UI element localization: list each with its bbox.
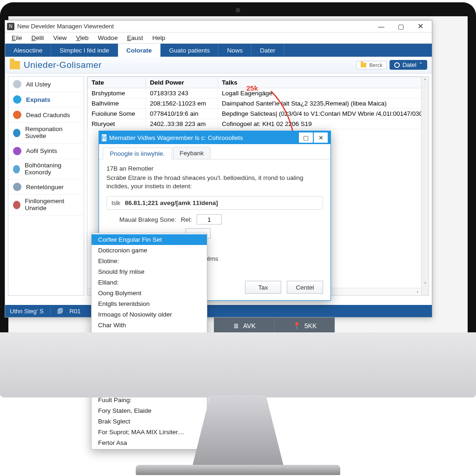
sidebar-item-label: Rentelónguer <box>26 184 64 191</box>
context-item[interactable]: For Suprot; MAA MIX Lirsiter… <box>92 427 207 437</box>
divider <box>50 307 51 315</box>
context-item[interactable]: Brak Sglect <box>92 416 207 427</box>
label: 5KK <box>304 322 317 330</box>
skk-button[interactable]: 📍5KK <box>274 317 335 334</box>
cell: 0778410/19:6 ain <box>146 109 218 119</box>
avk-button[interactable]: 🗎AVK <box>214 317 274 334</box>
table-row[interactable]: Balhviime208;1562-11023 emDaimpahod Sant… <box>88 99 429 109</box>
header-bar: Unieder-Golisamer Berck Datel ˄ <box>5 57 432 73</box>
context-item[interactable]: Fertor Asa <box>92 437 207 448</box>
cell: Brshyptome <box>88 88 146 99</box>
context-item[interactable]: Irmoags of Nosiowity older <box>92 309 207 320</box>
table-row[interactable]: Fuioilune Some0778410/19:6 ainBepdlnge S… <box>88 109 429 119</box>
context-item-corfee[interactable]: Corfee Engular Fin Set <box>92 234 207 245</box>
context-item[interactable]: Elotine: <box>92 256 207 266</box>
folder-icon <box>10 61 20 69</box>
menu-help[interactable]: Help <box>148 33 170 43</box>
footer-actions: 🗎AVK 📍5KK <box>214 317 335 334</box>
tabstrip: Alesoctine Simplec l féd inde Colorate G… <box>5 44 432 57</box>
context-item[interactable]: Entglls terentdsion <box>92 298 207 309</box>
sidebar-item-all-ustey[interactable]: All Ustey <box>8 77 84 92</box>
col-talks[interactable]: Talks <box>218 77 429 88</box>
chevron-up-icon: ˄ <box>419 61 423 68</box>
tab-alesoctine[interactable]: Alesoctine <box>5 44 51 57</box>
dialog-section-header: 17B an Remotler <box>106 165 323 172</box>
tab-simplec[interactable]: Simplec l féd inde <box>51 44 118 57</box>
rel-input[interactable] <box>197 214 222 225</box>
context-item[interactable]: Eliland: <box>92 277 207 288</box>
sidebar-item-label: Dead Cradunds <box>26 112 70 119</box>
tax-button[interactable]: Tax <box>245 281 281 294</box>
cancel-button[interactable]: Centel <box>287 281 323 294</box>
context-item[interactable]: Fory Staten, Elaide <box>92 405 207 416</box>
circle-icon <box>394 62 400 68</box>
menu-edit[interactable]: Delit <box>27 33 49 43</box>
circle-icon <box>13 147 21 155</box>
circle-icon <box>13 111 21 119</box>
monitor-foot <box>136 465 340 475</box>
maximize-button[interactable]: ▢ <box>391 21 410 32</box>
dialog-tab-feybank[interactable]: Feybank <box>173 147 211 159</box>
cell: Daimpahod Santel'ie lalt Sta¿2 3235,Reme… <box>218 99 429 109</box>
dialog-tab-pnoogle[interactable]: Pnoogle is iinwyhle. <box>103 147 172 159</box>
tab-colorate[interactable]: Colorate <box>118 44 161 57</box>
context-item[interactable]: Oong Bolyment <box>92 288 207 298</box>
scroll-right-icon[interactable]: › <box>417 289 418 294</box>
scroll-up-icon[interactable]: ˄ <box>422 77 429 84</box>
dialog-close-button[interactable]: ✕ <box>314 132 328 143</box>
cell: Logall Eagengäge <box>218 88 429 99</box>
tab-guato[interactable]: Guato patients <box>161 44 219 57</box>
table-row[interactable]: Rluryoet2402..33:38 223 amCofinogoel at:… <box>88 119 429 129</box>
header-badge[interactable]: Berck <box>356 61 387 69</box>
folder-icon-small <box>360 63 366 67</box>
col-tate[interactable]: Tate <box>88 77 146 88</box>
menu-vleb[interactable]: Vleb <box>72 33 93 43</box>
menu-faust[interactable]: Eaust <box>122 33 148 43</box>
cell: 07183!33 243 <box>146 88 218 99</box>
menu-view-1[interactable]: View <box>49 33 72 43</box>
field-row-brakeg: Maual Brakeg Sone: Rel: <box>106 214 323 225</box>
sidebar-item-dead-cradunds[interactable]: Dead Cradunds <box>8 107 84 123</box>
context-item[interactable]: Char With <box>92 320 207 331</box>
context-item[interactable]: Doticronion game <box>92 245 207 256</box>
minimize-button[interactable]: — <box>371 21 391 32</box>
cell: Rluryoet <box>88 119 146 129</box>
label: AVK <box>243 322 256 330</box>
sidebar-item-rentelonguer[interactable]: Rentelónguer <box>8 179 84 195</box>
cell: Cofinogoel at: KH1 02 2206 S19 <box>218 119 429 129</box>
sidebar: All Ustey Expnats Dead Cradunds Remponat… <box>8 76 84 296</box>
sidebar-item-aofil[interactable]: Aofil Syints <box>8 144 84 159</box>
status-mid: R01 <box>70 308 81 315</box>
tab-nows[interactable]: Nows <box>218 44 251 57</box>
monitor-bezel: N New Develder Managen Viewredent — ▢ ✕ … <box>0 2 476 332</box>
table-row[interactable]: Brshyptome07183!33 243Logall Eagengäge <box>88 88 429 99</box>
scroll-down-icon[interactable]: ˅ <box>422 280 429 288</box>
statusbar: Uthn Steg' S 🗐 R01 <box>5 305 432 317</box>
menu-wodoe[interactable]: Wodoe <box>93 33 123 43</box>
dialog-icon: R <box>102 134 106 141</box>
header-badge-label: Berck <box>370 62 383 68</box>
page-title: Unieder-Golisamer <box>24 60 102 70</box>
vertical-scrollbar[interactable]: ˄ ˅ <box>421 77 429 295</box>
dialog-maximize-button[interactable]: ▢ <box>299 132 313 143</box>
sidebar-item-label: Remponation Suvelte <box>25 126 79 140</box>
field-label: Maual Brakeg Sone: <box>106 216 176 223</box>
status-doc-icon: 🗐 <box>57 308 63 315</box>
cell: Fuioilune Some <box>88 109 146 119</box>
datel-button[interactable]: Datel ˄ <box>390 60 427 70</box>
sidebar-item-remponation[interactable]: Remponation Suvelte <box>8 123 84 144</box>
close-button[interactable]: ✕ <box>410 21 430 32</box>
sidebar-item-label: Aofil Syints <box>26 147 57 154</box>
sidebar-item-expnats[interactable]: Expnats <box>8 92 84 107</box>
app-icon: N <box>7 23 14 30</box>
dialog-title: Mematter Vidlws Wagerember ls c: Cohrooo… <box>109 134 243 141</box>
context-item[interactable]: Snould friy rnlise <box>92 266 207 277</box>
sidebar-item-bolhontaning[interactable]: Bolhöntaning Exonordy <box>8 159 84 180</box>
sidebar-item-finllongement[interactable]: Finllongement Urwride <box>8 195 84 216</box>
circle-icon <box>13 201 20 209</box>
cell: 2402..33:38 223 am <box>146 119 218 129</box>
menu-file[interactable]: Eile <box>7 33 27 43</box>
avatar-icon <box>13 80 21 88</box>
col-deld-power[interactable]: Deld Power <box>146 77 218 88</box>
tab-dater[interactable]: Dater <box>251 44 284 57</box>
